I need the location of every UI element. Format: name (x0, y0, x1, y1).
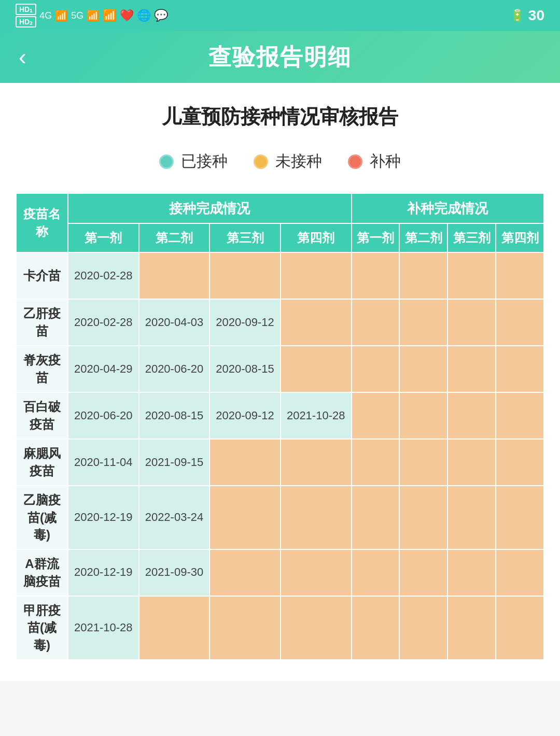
completion-dose-2-1: 2020-06-20 (139, 346, 210, 392)
completion-dose-7-1 (139, 596, 210, 660)
completion-dose-2-2: 2020-08-15 (209, 346, 281, 392)
legend-not-done: 未接种 (254, 151, 322, 172)
not-done-dot (254, 154, 268, 169)
completion-dose-5-3 (281, 486, 352, 549)
completion-dose-1-1: 2020-04-03 (139, 299, 210, 346)
completion-dose-4-2 (209, 439, 281, 486)
completion-dose-6-1: 2021-09-30 (139, 549, 210, 596)
vaccine-name-4: 麻腮风疫苗 (16, 439, 68, 486)
main-content: 儿童预防接种情况审核报告 已接种 未接种 补种 疫苗名称 接种完成情况 补种完成… (0, 83, 560, 681)
vaccine-name-2: 脊灰疫苗 (16, 346, 68, 392)
supplement-dose-6-0 (352, 549, 400, 596)
supplement-dose-4-2 (447, 439, 496, 486)
supplement-dose-7-1 (399, 596, 447, 660)
completion-dose-6-2 (209, 549, 281, 596)
completion-dose-1-2: 2020-09-12 (209, 299, 281, 346)
completion-dose-4-3 (281, 439, 352, 486)
completion-dose-0-2 (209, 252, 281, 299)
vaccine-name-7: 甲肝疫苗(减毒) (16, 596, 68, 660)
completion-dose-5-1: 2022-03-24 (139, 486, 210, 549)
completion-dose-4-0: 2020-11-04 (68, 439, 139, 486)
vaccine-name-3: 百白破疫苗 (16, 392, 68, 439)
supplement-dot (348, 154, 362, 169)
completion-dose-6-0: 2020-12-19 (68, 549, 139, 596)
supplement-dose-3-1 (399, 392, 447, 439)
supplement-label: 补种 (370, 151, 401, 172)
th-dose-4b: 第四剂 (496, 223, 544, 252)
status-left: HD₁ HD₂ 4G 📶 5G 📶 📶 ❤️ 🌐 💬 (16, 4, 168, 27)
supplement-dose-7-0 (352, 596, 400, 660)
supplement-dose-1-0 (352, 299, 400, 346)
th-dose-2b: 第二剂 (399, 223, 447, 252)
th-dose-3b: 第三剂 (447, 223, 496, 252)
header: ‹ 查验报告明细 (0, 31, 560, 83)
completion-dose-0-0: 2020-02-28 (68, 252, 139, 299)
status-bar: HD₁ HD₂ 4G 📶 5G 📶 📶 ❤️ 🌐 💬 🔋 30 (0, 0, 560, 31)
supplement-dose-3-3 (496, 392, 544, 439)
supplement-dose-5-2 (447, 486, 496, 549)
th-completion-status: 接种完成情况 (68, 193, 352, 223)
legend-supplement: 补种 (348, 151, 401, 172)
supplement-dose-6-2 (447, 549, 496, 596)
completion-dose-5-2 (209, 486, 281, 549)
th-supplement-status: 补种完成情况 (352, 193, 544, 223)
supplement-dose-5-1 (399, 486, 447, 549)
completion-dose-4-1: 2021-09-15 (139, 439, 210, 486)
page-title: 查验报告明细 (208, 42, 352, 73)
completed-label: 已接种 (181, 151, 228, 172)
supplement-dose-3-0 (352, 392, 400, 439)
supplement-dose-0-2 (447, 252, 496, 299)
completion-dose-0-3 (281, 252, 352, 299)
supplement-dose-7-3 (496, 596, 544, 660)
completion-dose-1-3 (281, 299, 352, 346)
th-dose-3a: 第三剂 (209, 223, 281, 252)
supplement-dose-2-1 (399, 346, 447, 392)
supplement-dose-6-3 (496, 549, 544, 596)
legend: 已接种 未接种 补种 (16, 151, 544, 172)
completion-dose-2-3 (281, 346, 352, 392)
status-right: 🔋 30 (510, 7, 544, 24)
back-button[interactable]: ‹ (19, 46, 26, 68)
supplement-dose-3-2 (447, 392, 496, 439)
completion-dose-2-0: 2020-04-29 (68, 346, 139, 392)
th-dose-1a: 第一剂 (68, 223, 139, 252)
supplement-dose-4-3 (496, 439, 544, 486)
vaccine-table: 疫苗名称 接种完成情况 补种完成情况 第一剂 第二剂 第三剂 第四剂 第一剂 第… (16, 193, 544, 660)
completion-dose-7-2 (209, 596, 281, 660)
legend-completed: 已接种 (159, 151, 228, 172)
time-display: 30 (528, 7, 544, 24)
supplement-dose-4-0 (352, 439, 400, 486)
vaccine-name-6: A群流脑疫苗 (16, 549, 68, 596)
completion-dose-1-0: 2020-02-28 (68, 299, 139, 346)
supplement-dose-0-0 (352, 252, 400, 299)
completion-dose-7-0: 2021-10-28 (68, 596, 139, 660)
completion-dose-3-2: 2020-09-12 (209, 392, 281, 439)
completion-dose-3-3: 2021-10-28 (281, 392, 352, 439)
supplement-dose-6-1 (399, 549, 447, 596)
supplement-dose-1-3 (496, 299, 544, 346)
th-dose-1b: 第一剂 (352, 223, 400, 252)
supplement-dose-0-3 (496, 252, 544, 299)
vaccine-name-5: 乙脑疫苗(减毒) (16, 486, 68, 549)
report-title: 儿童预防接种情况审核报告 (16, 104, 544, 130)
vaccine-name-1: 乙肝疫苗 (16, 299, 68, 346)
th-dose-2a: 第二剂 (139, 223, 210, 252)
completion-dose-6-3 (281, 549, 352, 596)
supplement-dose-5-3 (496, 486, 544, 549)
vaccine-name-0: 卡介苗 (16, 252, 68, 299)
supplement-dose-7-2 (447, 596, 496, 660)
battery-icon: 🔋 (510, 9, 524, 22)
completed-dot (159, 154, 174, 169)
completion-dose-7-3 (281, 596, 352, 660)
th-vaccine-name: 疫苗名称 (16, 193, 68, 252)
th-dose-4a: 第四剂 (281, 223, 352, 252)
supplement-dose-4-1 (399, 439, 447, 486)
supplement-dose-2-0 (352, 346, 400, 392)
completion-dose-3-0: 2020-06-20 (68, 392, 139, 439)
completion-dose-5-0: 2020-12-19 (68, 486, 139, 549)
supplement-dose-2-2 (447, 346, 496, 392)
not-done-label: 未接种 (275, 151, 322, 172)
supplement-dose-0-1 (399, 252, 447, 299)
supplement-dose-5-0 (352, 486, 400, 549)
completion-dose-0-1 (139, 252, 210, 299)
